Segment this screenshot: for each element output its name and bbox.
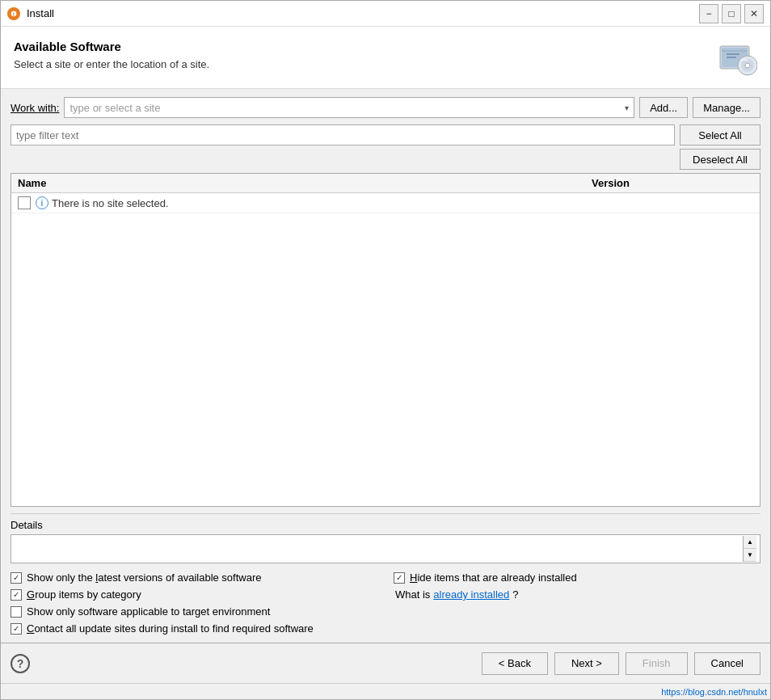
opt-group-category-label[interactable]: Group items by category [27, 588, 141, 601]
option-hide-installed: Hide items that are already installed [394, 571, 760, 584]
option-group-category: Group items by category [11, 588, 377, 601]
filter-row: Select All Deselect All [11, 124, 760, 170]
details-label: Details [11, 513, 760, 531]
opt-hide-installed-label[interactable]: Hide items that are already installed [410, 571, 577, 584]
details-spinner: ▲ ▼ [743, 536, 756, 562]
install-window: i Install − □ ✕ Available Software Selec… [0, 0, 771, 700]
deselect-all-button[interactable]: Deselect All [680, 149, 760, 170]
opt-group-category-checkbox[interactable] [11, 589, 22, 601]
what-is-text: What is [395, 588, 430, 601]
svg-rect-6 [727, 57, 736, 58]
app-icon: i [7, 7, 20, 20]
option-contact-sites: Contact all update sites during install … [11, 622, 760, 635]
status-bar: https://blog.csdn.net/hnulxt [1, 683, 770, 699]
window-title: Install [27, 7, 699, 19]
no-site-message: There is no site selected. [52, 197, 169, 209]
software-table: Name Version i There is no site selected… [11, 173, 760, 507]
window-controls: − □ ✕ [699, 4, 764, 23]
cancel-button[interactable]: Cancel [694, 652, 760, 675]
next-button[interactable]: Next > [554, 652, 619, 675]
opt-contact-sites-checkbox[interactable] [11, 623, 22, 635]
what-is-installed-row: What is already installed ? [394, 588, 760, 601]
option-latest-versions: Show only the latest versions of availab… [11, 571, 377, 584]
select-deselect-buttons: Select All Deselect All [680, 124, 760, 170]
svg-rect-5 [727, 53, 739, 55]
table-row: i There is no site selected. [11, 193, 760, 213]
help-icon[interactable]: ? [11, 654, 30, 673]
opt-target-env-label[interactable]: Show only software applicable to target … [27, 605, 270, 618]
row-checkbox[interactable] [18, 196, 31, 209]
maximize-button[interactable]: □ [722, 4, 741, 23]
table-area: Name Version i There is no site selected… [11, 173, 760, 507]
manage-button[interactable]: Manage... [693, 97, 760, 118]
site-dropdown[interactable]: type or select a site ▾ [64, 97, 634, 118]
details-section: Details ▲ ▼ [11, 513, 760, 563]
header-icon [718, 40, 757, 78]
options-grid: Show only the latest versions of availab… [11, 571, 760, 635]
spinner-up-button[interactable]: ▲ [744, 536, 756, 549]
add-button[interactable]: Add... [639, 97, 688, 118]
opt-latest-versions-label[interactable]: Show only the latest versions of availab… [27, 571, 262, 584]
opt-hide-installed-checkbox[interactable] [394, 572, 405, 584]
page-title: Available Software [14, 40, 209, 53]
bottom-bar: ? < Back Next > Finish Cancel [1, 643, 770, 683]
options-section: Show only the latest versions of availab… [11, 563, 760, 635]
table-header: Name Version [11, 174, 760, 193]
svg-text:i: i [13, 11, 15, 17]
already-installed-link[interactable]: already installed [433, 588, 509, 601]
title-bar: i Install − □ ✕ [1, 1, 770, 27]
work-with-label: Work with: [11, 102, 59, 114]
question-mark: ? [512, 588, 518, 601]
status-bar-text: https://blog.csdn.net/hnulxt [661, 687, 767, 697]
select-all-button[interactable]: Select All [680, 124, 760, 145]
spinner-down-button[interactable]: ▼ [744, 549, 756, 562]
info-icon: i [36, 196, 48, 209]
finish-button[interactable]: Finish [626, 652, 688, 675]
header-text: Available Software Select a site or ente… [14, 40, 209, 70]
svg-point-9 [745, 63, 750, 68]
page-subtitle: Select a site or enter the location of a… [14, 58, 209, 70]
empty-cell [394, 605, 760, 618]
option-target-env: Show only software applicable to target … [11, 605, 377, 618]
opt-contact-sites-label[interactable]: Contact all update sites during install … [27, 622, 314, 635]
close-button[interactable]: ✕ [744, 4, 764, 23]
minimize-button[interactable]: − [699, 4, 718, 23]
opt-latest-versions-checkbox[interactable] [11, 572, 22, 584]
work-with-row: Work with: type or select a site ▾ Add..… [11, 97, 760, 118]
column-name-header: Name [18, 177, 592, 189]
content-section: Work with: type or select a site ▾ Add..… [1, 89, 770, 643]
back-button[interactable]: < Back [482, 652, 548, 675]
dropdown-arrow-icon: ▾ [625, 103, 629, 112]
column-version-header: Version [592, 177, 753, 189]
opt-target-env-checkbox[interactable] [11, 606, 22, 618]
filter-input[interactable] [11, 124, 675, 145]
details-box: ▲ ▼ [11, 534, 760, 563]
header-section: Available Software Select a site or ente… [1, 27, 770, 89]
site-dropdown-value: type or select a site [70, 102, 160, 114]
